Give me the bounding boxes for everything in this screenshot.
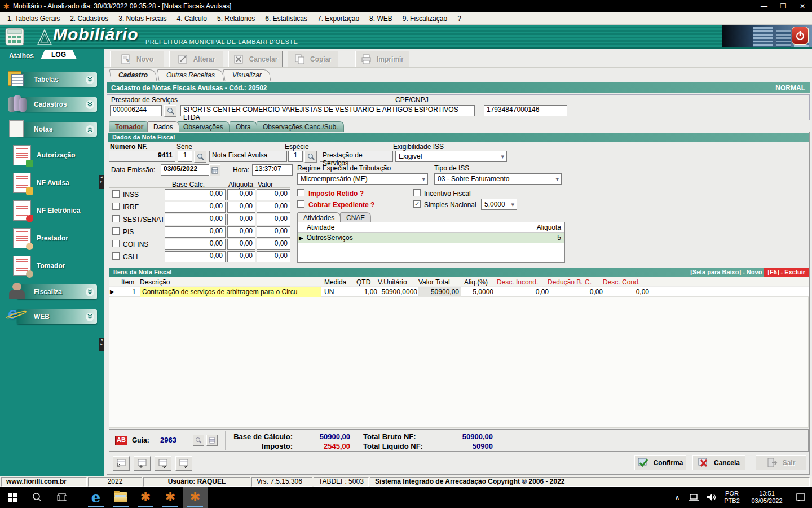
chevron-down-icon[interactable]: [86, 100, 94, 109]
tab-obra[interactable]: Obra: [230, 121, 257, 132]
minimize-button[interactable]: —: [754, 0, 774, 12]
tab-atividades[interactable]: Atividades: [297, 212, 341, 222]
sidebar-item-nf-avulsa[interactable]: NF Avulsa: [13, 173, 69, 193]
sidebar-group-cadastros[interactable]: Cadastros: [17, 97, 97, 112]
volume-icon[interactable]: [703, 487, 720, 508]
menu-relatorios[interactable]: 5. Relatórios: [212, 14, 260, 24]
incentivo-checkbox[interactable]: [413, 189, 421, 196]
data-emissao-field[interactable]: 03/05/2022: [161, 164, 209, 176]
novo-button[interactable]: ✎ Novo: [110, 51, 164, 67]
nav-first-button[interactable]: [113, 456, 130, 471]
start-button[interactable]: [0, 487, 25, 508]
notification-center-icon[interactable]: [789, 487, 812, 508]
cofins-checkbox[interactable]: [112, 240, 120, 247]
sest-aliquota-field[interactable]: 0,00: [227, 214, 255, 225]
tipo-iss-select[interactable]: 03 - Sobre Faturamento: [434, 173, 562, 185]
prestador-code-field[interactable]: 000006244: [110, 105, 162, 116]
menu-fiscalizacao[interactable]: 9. Fiscalização: [398, 14, 452, 24]
inss-aliquota-field[interactable]: 0,00: [227, 189, 255, 200]
sidebar-item-autorizacao[interactable]: Autorização: [13, 145, 76, 165]
sidebar-group-web[interactable]: e WEB: [17, 309, 97, 324]
taskbar-app3-button-active[interactable]: ✱: [183, 487, 208, 508]
network-icon[interactable]: [686, 487, 703, 508]
sest-valor-field[interactable]: 0,00: [257, 214, 290, 225]
taskbar-app1-button[interactable]: ✱: [133, 487, 158, 508]
menu-notas-fiscais[interactable]: 3. Notas Fiscais: [113, 14, 171, 24]
regime-select[interactable]: Microempresário (ME): [297, 173, 428, 185]
irrf-aliquota-field[interactable]: 0,00: [227, 202, 255, 213]
splitter-handle[interactable]: ◂▸: [99, 338, 104, 351]
prestador-name-field[interactable]: SPORTS CENTER COMERCIO VAREJISTAS DE VES…: [180, 105, 475, 116]
calendar-button[interactable]: [209, 164, 220, 176]
menu-estatisticas[interactable]: 6. Estatísticas: [260, 14, 312, 24]
simples-aliquota-select[interactable]: 5,0000: [481, 199, 517, 210]
numero-field[interactable]: 9411: [109, 151, 175, 162]
alterar-button[interactable]: Alterar: [169, 51, 223, 67]
csll-checkbox[interactable]: [112, 252, 120, 260]
chevron-down-icon[interactable]: [86, 76, 94, 84]
hora-field[interactable]: 13:37:07: [252, 164, 293, 176]
imposto-retido-checkbox[interactable]: [297, 189, 304, 196]
tab-cnae[interactable]: CNAE: [340, 212, 371, 222]
tab-outras-receitas[interactable]: Outras Receitas: [157, 69, 224, 81]
csll-base-field[interactable]: 0,00: [165, 251, 226, 262]
inss-base-field[interactable]: 0,00: [165, 189, 226, 200]
sidebar-item-tomador[interactable]: Tomador: [13, 256, 65, 276]
copiar-button[interactable]: Copiar: [288, 51, 338, 67]
guia-print-button[interactable]: [206, 435, 218, 446]
taskbar-app2-button[interactable]: ✱: [158, 487, 183, 508]
pis-base-field[interactable]: 0,00: [165, 226, 226, 238]
menu-help[interactable]: ?: [452, 14, 466, 24]
nav-last-button[interactable]: [175, 456, 192, 471]
nav-next-button[interactable]: [155, 456, 171, 471]
inss-checkbox[interactable]: [112, 190, 120, 198]
serie-field[interactable]: 1: [178, 151, 192, 162]
restore-button[interactable]: ❐: [774, 0, 793, 12]
confirma-button[interactable]: Confirma: [634, 455, 686, 470]
taskbar-search-button[interactable]: [25, 487, 50, 508]
sidebar-item-prestador[interactable]: Prestador: [13, 228, 68, 248]
simples-checkbox[interactable]: ✓: [413, 200, 421, 208]
taskbar-explorer-button[interactable]: [108, 487, 133, 508]
chevron-up-icon[interactable]: [86, 125, 94, 134]
pis-valor-field[interactable]: 0,00: [257, 226, 290, 238]
imprimir-button[interactable]: Imprimir: [355, 51, 409, 67]
pis-checkbox[interactable]: [112, 227, 120, 235]
cobrar-expediente-checkbox[interactable]: [297, 200, 304, 208]
menu-calculo[interactable]: 4. Cálculo: [172, 14, 212, 24]
tray-clock[interactable]: 13:51 03/05/2022: [744, 490, 789, 505]
close-button[interactable]: ✕: [793, 0, 812, 12]
tab-dados[interactable]: Dados: [147, 121, 179, 132]
tray-chevron-up[interactable]: ∧: [669, 487, 686, 508]
menu-tabelas-gerais[interactable]: 1. Tabelas Gerais: [2, 14, 65, 24]
guia-view-button[interactable]: [193, 435, 204, 446]
tab-tomador[interactable]: Tomador: [109, 121, 149, 132]
sidebar-group-fiscaliza[interactable]: Fiscaliza: [17, 284, 97, 299]
cofins-base-field[interactable]: 0,00: [165, 239, 226, 250]
cancela-button[interactable]: Cancela: [692, 455, 745, 470]
sidebar-group-notas[interactable]: Notas: [17, 122, 97, 137]
csll-valor-field[interactable]: 0,00: [257, 251, 290, 262]
item-row[interactable]: ▶ 1 Contratação de serviços de arbitrage…: [109, 287, 809, 297]
taskbar-edge-button[interactable]: e: [83, 487, 108, 508]
task-view-button[interactable]: [50, 487, 74, 508]
nav-prior-button[interactable]: [134, 456, 151, 471]
sair-button[interactable]: Sair: [756, 455, 806, 470]
tab-observacoes[interactable]: Observações: [177, 121, 230, 132]
sidebar-group-tabelas[interactable]: Tabelas: [17, 72, 97, 87]
csll-aliquota-field[interactable]: 0,00: [227, 251, 255, 262]
cofins-valor-field[interactable]: 0,00: [257, 239, 290, 250]
serie-search-button[interactable]: [194, 151, 206, 163]
sest-base-field[interactable]: 0,00: [165, 214, 226, 225]
exigibilidade-select[interactable]: Exigivel: [395, 151, 507, 162]
tab-observacoes-canc[interactable]: Observações Canc./Sub.: [257, 121, 344, 132]
splitter-handle[interactable]: ◂▸: [99, 175, 104, 189]
cofins-aliquota-field[interactable]: 0,00: [227, 239, 255, 250]
tab-visualizar[interactable]: Visualizar: [223, 69, 271, 81]
sidebar-item-nf-eletronica[interactable]: NF Eletrônica: [13, 200, 80, 221]
tray-language[interactable]: POR PTB2: [720, 490, 744, 505]
prestador-search-button[interactable]: [164, 105, 176, 117]
inss-valor-field[interactable]: 0,00: [257, 189, 290, 200]
irrf-valor-field[interactable]: 0,00: [257, 202, 290, 213]
irrf-base-field[interactable]: 0,00: [165, 202, 226, 213]
